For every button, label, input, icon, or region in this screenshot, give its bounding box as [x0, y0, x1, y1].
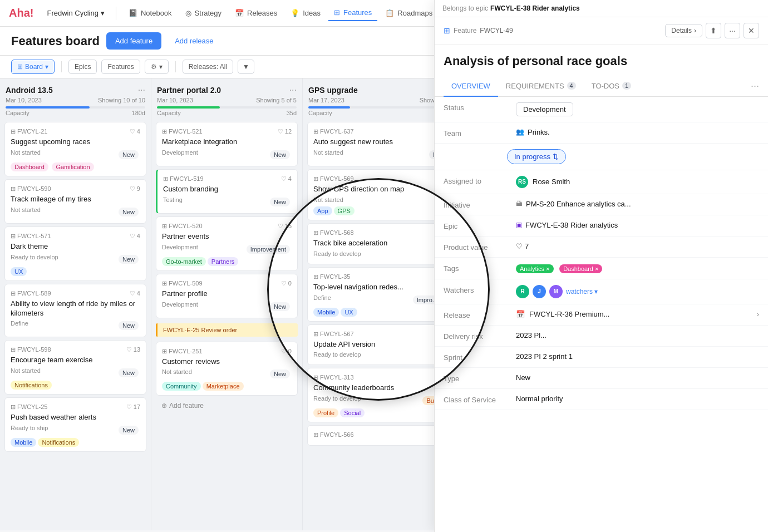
- nav-roadmaps[interactable]: 📋 Roadmaps: [380, 6, 438, 21]
- initiative-value[interactable]: 🏔 PM-S-20 Enhance analytics ca...: [516, 200, 759, 208]
- card-fwcyl-566[interactable]: ⊞ FWCYL-566: [307, 425, 449, 446]
- column-menu-partner[interactable]: ···: [289, 85, 297, 95]
- status-badge[interactable]: Development: [516, 102, 573, 116]
- details-button[interactable]: Details ›: [665, 24, 702, 37]
- epic-ref[interactable]: FWCYL-E-38 Rider analytics: [490, 4, 580, 12]
- card-fwcyl-21[interactable]: ⊞ FWCYL-21 ♡ 4 Suggest upcoming races No…: [4, 122, 146, 176]
- detail-row-epic: Epic ▣ FWCYL-E-38 Rider analytics: [435, 215, 768, 237]
- release-value[interactable]: 📅 FWCYL-R-36 Premium... ›: [516, 310, 759, 318]
- card-id-589: ⊞ FWCYL-589: [11, 290, 51, 297]
- tab-overview[interactable]: OVERVIEW: [444, 76, 498, 97]
- watcher-2-avatar: J: [533, 285, 546, 298]
- watcher-3-avatar: M: [549, 285, 563, 298]
- tag-analytics[interactable]: Analytics ×: [516, 264, 554, 273]
- card-fwcyl-589[interactable]: ⊞ FWCYL-589 ♡ 4 Ability to view length o…: [4, 284, 146, 338]
- card-fwcyl-567[interactable]: ⊞ FWCYL-567 Update API version Ready to …: [307, 324, 449, 366]
- epic-divider-fwcyl-e25: FWCYL-E-25 Review order: [156, 323, 298, 337]
- detail-row-release: Release 📅 FWCYL-R-36 Premium... ›: [435, 304, 768, 326]
- features-button[interactable]: Features: [101, 60, 140, 74]
- watchers-link[interactable]: watchers ▾: [566, 288, 598, 295]
- initiative-label: Initiative: [444, 200, 516, 209]
- settings-button[interactable]: ⚙ ▾: [145, 60, 169, 74]
- type-value: New: [516, 373, 759, 382]
- column-cards-partner: ⊞ FWCYL-521 ♡ 12 Marketplace integration…: [151, 120, 302, 530]
- card-fwcyl-251[interactable]: ⊞ FWCYL-251 ♡ 0 Customer reviews Not sta…: [156, 342, 298, 396]
- watchers-label: Watchers: [444, 285, 516, 294]
- detail-row-cos: Class of Service Normal priority: [435, 389, 768, 410]
- workspace-selector[interactable]: Fredwin Cycling ▾: [42, 7, 109, 19]
- cos-label: Class of Service: [444, 395, 516, 404]
- board-button[interactable]: ⊞ Board ▾: [11, 60, 55, 74]
- card-id-21: ⊞ FWCYL-21: [11, 128, 47, 135]
- sort-icon: ⇅: [553, 152, 559, 161]
- detail-panel: Belongs to epic FWCYL-E-38 Rider analyti…: [434, 0, 768, 532]
- card-fwcyl-590[interactable]: ⊞ FWCYL-590 ♡ 9 Track mileage of my tire…: [4, 179, 146, 224]
- card-votes-571: ♡ 4: [130, 233, 140, 240]
- epic-label: Epic: [444, 221, 516, 230]
- chevron-right-icon: ›: [694, 27, 696, 35]
- card-status-598: Not startedNew: [11, 367, 140, 377]
- tab-todos[interactable]: TO-DOS 1: [584, 76, 639, 97]
- nav-features[interactable]: ⊞ Features: [328, 5, 377, 21]
- card-fwcyl-568[interactable]: ⊞ FWCYL-568 Track bike acceleration Read…: [307, 223, 449, 264]
- releases-filter-button[interactable]: Releases: All: [183, 60, 233, 74]
- type-label: Type: [444, 373, 516, 383]
- assignee-name[interactable]: Rose Smith: [533, 178, 570, 186]
- nav-notebook[interactable]: 📓 Notebook: [123, 6, 178, 21]
- logo: Aha!: [9, 7, 33, 19]
- tabs-more-icon[interactable]: ···: [751, 80, 759, 92]
- product-value-value: ♡ 7: [516, 242, 759, 250]
- board-icon: ⊞: [17, 63, 23, 71]
- capacity-val-android: 180d: [132, 110, 145, 116]
- sprint-value: 2023 PI 2 sprint 1: [516, 352, 759, 361]
- tag-dashboard[interactable]: Dashboard ×: [559, 264, 602, 273]
- card-fwcyl-521[interactable]: ⊞ FWCYL-521 ♡ 12 Marketplace integration…: [156, 122, 298, 166]
- add-feature-partner[interactable]: ⊕Add feature: [156, 398, 298, 413]
- board-dropdown-icon: ▾: [45, 63, 48, 71]
- card-fwcyl-637[interactable]: ⊞ FWCYL-637♡ Auto suggest new routes Not…: [307, 122, 449, 166]
- card-votes-21: ♡ 4: [130, 128, 140, 135]
- feature-badge: ⊞ Feature FWCYL-49: [444, 26, 513, 35]
- tab-requirements[interactable]: REQUIREMENTS 4: [498, 76, 584, 97]
- detail-header: ⊞ Feature FWCYL-49 Details › ⬆ ··· ✕: [435, 17, 768, 45]
- card-fwcyl-520[interactable]: ⊞ FWCYL-520 ♡ 15 Partner events Developm…: [156, 216, 298, 271]
- card-fwcyl-598[interactable]: ⊞ FWCYL-598 ♡ 13 Encourage team exercise…: [4, 340, 146, 395]
- nav-releases[interactable]: 📅 Releases: [229, 6, 283, 21]
- nav-ideas[interactable]: 💡 Ideas: [285, 6, 326, 21]
- card-fwcyl-571[interactable]: ⊞ FWCYL-571 ♡ 4 Dark theme Ready to deve…: [4, 226, 146, 281]
- status-label: Status: [444, 102, 516, 112]
- share-button[interactable]: ⬆: [706, 23, 721, 38]
- card-fwcyl-519[interactable]: ⊞ FWCYL-519 ♡ 4 Custom branding TestingN…: [156, 169, 298, 214]
- settings-gear-icon: ⚙: [151, 63, 157, 71]
- card-status-25: Ready to shipNew: [11, 425, 140, 435]
- filter-button[interactable]: ▼: [238, 60, 254, 74]
- add-feature-button[interactable]: Add feature: [106, 32, 161, 50]
- card-fwcyl-313[interactable]: ⊞ FWCYL-313 Community leaderboards Ready…: [307, 368, 449, 422]
- epics-button[interactable]: Epics: [68, 60, 97, 74]
- column-menu-android[interactable]: ···: [138, 85, 145, 95]
- nav-strategy[interactable]: ◎ Strategy: [180, 6, 227, 21]
- column-title-partner: Partner portal 2.0: [157, 86, 221, 95]
- in-progress-badge[interactable]: In progress ⇅: [507, 149, 566, 164]
- detail-row-initiative: Initiative 🏔 PM-S-20 Enhance analytics c…: [435, 194, 768, 215]
- detail-top-bar: Belongs to epic FWCYL-E-38 Rider analyti…: [435, 0, 768, 17]
- page-title: Features board: [11, 34, 100, 48]
- sprint-label: Sprint: [444, 352, 516, 362]
- feature-id: FWCYL-49: [480, 27, 513, 35]
- card-status-589: DefineNew: [11, 320, 140, 330]
- card-fwcyl-509[interactable]: ⊞ FWCYL-509 ♡ 0 Partner profile Developm…: [156, 274, 298, 318]
- epic-icon: ▣: [516, 221, 522, 229]
- card-id-590: ⊞ FWCYL-590: [11, 185, 51, 193]
- delivery-risk-value: 2023 Pl...: [516, 331, 759, 339]
- cos-text: Normal priority: [516, 395, 563, 403]
- card-fwcyl-25[interactable]: ⊞ FWCYL-25 ♡ 17 Push based weather alert…: [4, 397, 146, 452]
- card-fwcyl-35[interactable]: ⊞ FWCYL-35 Top-level navigation redes...…: [307, 267, 449, 322]
- column-header-android: Android 13.5 ··· Mar 10, 2023 Showing 10…: [0, 78, 151, 120]
- tags-value: Analytics × Dashboard ×: [516, 263, 759, 273]
- add-release-button[interactable]: Add release: [168, 32, 220, 50]
- close-button[interactable]: ✕: [744, 23, 759, 38]
- team-value: 👥 Prinks.: [516, 128, 759, 136]
- more-options-button[interactable]: ···: [725, 23, 740, 38]
- card-fwcyl-569[interactable]: ⊞ FWCYL-569 Show GPS direction on map No…: [307, 169, 449, 220]
- epic-value[interactable]: ▣ FWCYL-E-38 Rider analytics: [516, 221, 759, 229]
